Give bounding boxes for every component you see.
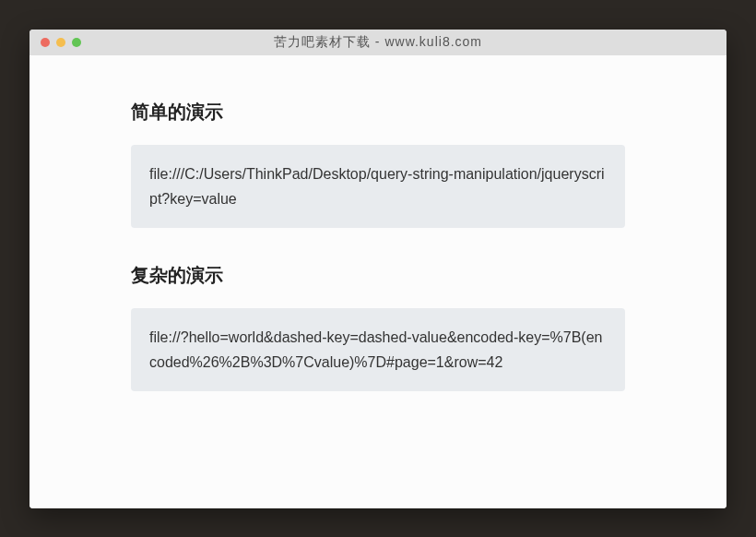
code-block-complex: file://?hello=world&dashed-key=dashed-va…: [131, 308, 625, 391]
maximize-icon[interactable]: [72, 38, 81, 47]
close-icon[interactable]: [41, 38, 50, 47]
content-area: 简单的演示 file:///C:/Users/ThinkPad/Desktop/…: [30, 55, 726, 508]
window-title: 苦力吧素材下载 - www.kuli8.com: [30, 34, 726, 51]
code-block-simple: file:///C:/Users/ThinkPad/Desktop/query-…: [131, 145, 625, 228]
section-heading-complex: 复杂的演示: [131, 263, 625, 288]
browser-window: 苦力吧素材下载 - www.kuli8.com 简单的演示 file:///C:…: [30, 30, 726, 508]
window-controls: [30, 38, 81, 47]
minimize-icon[interactable]: [56, 38, 65, 47]
section-heading-simple: 简单的演示: [131, 100, 625, 125]
titlebar: 苦力吧素材下载 - www.kuli8.com: [30, 30, 726, 55]
